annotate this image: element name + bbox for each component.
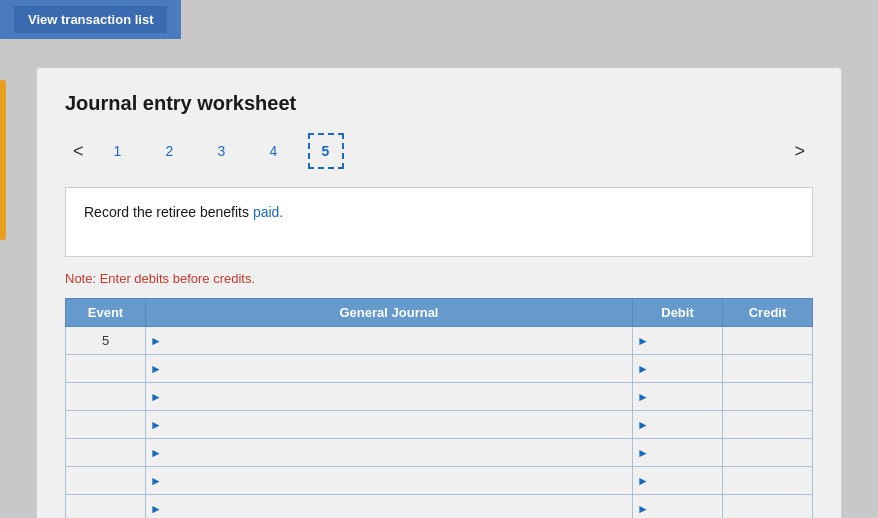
general-journal-input-7[interactable]: [166, 495, 632, 518]
debit-input-1[interactable]: [653, 327, 722, 354]
table-row: ► ►: [66, 411, 813, 439]
credit-input-4[interactable]: [723, 411, 812, 438]
credit-input-3[interactable]: [723, 383, 812, 410]
credit-cell-3[interactable]: [723, 383, 813, 411]
debit-cell-4[interactable]: ►: [633, 411, 723, 439]
row-arrow-7: ►: [146, 502, 166, 516]
next-step-arrow[interactable]: >: [786, 139, 813, 164]
step-1[interactable]: 1: [100, 133, 136, 169]
table-row: ► ►: [66, 467, 813, 495]
debit-input-4[interactable]: [653, 411, 722, 438]
side-accent: [0, 80, 6, 240]
row-arrow-6: ►: [146, 474, 166, 488]
event-cell-2: [66, 355, 146, 383]
event-cell-7: [66, 495, 146, 519]
credit-cell-7[interactable]: [723, 495, 813, 519]
general-journal-cell-1[interactable]: ►: [146, 327, 633, 355]
step-3[interactable]: 3: [204, 133, 240, 169]
debit-input-7[interactable]: [653, 495, 722, 518]
general-journal-input-6[interactable]: [166, 467, 632, 494]
credit-cell-4[interactable]: [723, 411, 813, 439]
general-journal-input-2[interactable]: [166, 355, 632, 382]
debit-arrow-7: ►: [633, 502, 653, 516]
general-journal-input-1[interactable]: [166, 327, 632, 354]
table-row: 5 ► ►: [66, 327, 813, 355]
journal-table: Event General Journal Debit Credit 5 ► ►: [65, 298, 813, 518]
debit-cell-1[interactable]: ►: [633, 327, 723, 355]
card-title: Journal entry worksheet: [65, 92, 813, 115]
top-bar: View transaction list: [0, 0, 181, 39]
instruction-text: Record the retiree benefits paid.: [84, 204, 283, 220]
note-text: Note: Enter debits before credits.: [65, 271, 813, 286]
debit-input-3[interactable]: [653, 383, 722, 410]
debit-input-6[interactable]: [653, 467, 722, 494]
table-row: ► ►: [66, 495, 813, 519]
table-row: ► ►: [66, 355, 813, 383]
col-general-journal: General Journal: [146, 299, 633, 327]
debit-cell-5[interactable]: ►: [633, 439, 723, 467]
table-row: ► ►: [66, 439, 813, 467]
general-journal-input-4[interactable]: [166, 411, 632, 438]
general-journal-input-3[interactable]: [166, 383, 632, 410]
credit-input-6[interactable]: [723, 467, 812, 494]
general-journal-cell-7[interactable]: ►: [146, 495, 633, 519]
credit-input-7[interactable]: [723, 495, 812, 518]
event-cell-1: 5: [66, 327, 146, 355]
step-2[interactable]: 2: [152, 133, 188, 169]
main-card: Journal entry worksheet < 1 2 3 4 5 > Re…: [36, 67, 842, 518]
row-arrow-4: ►: [146, 418, 166, 432]
event-cell-4: [66, 411, 146, 439]
general-journal-input-5[interactable]: [166, 439, 632, 466]
debit-cell-7[interactable]: ►: [633, 495, 723, 519]
event-cell-6: [66, 467, 146, 495]
debit-arrow-5: ►: [633, 446, 653, 460]
credit-cell-1[interactable]: [723, 327, 813, 355]
credit-cell-2[interactable]: [723, 355, 813, 383]
step-navigation: < 1 2 3 4 5 >: [65, 133, 813, 169]
debit-cell-6[interactable]: ►: [633, 467, 723, 495]
debit-cell-3[interactable]: ►: [633, 383, 723, 411]
credit-cell-5[interactable]: [723, 439, 813, 467]
debit-arrow-3: ►: [633, 390, 653, 404]
debit-input-2[interactable]: [653, 355, 722, 382]
debit-cell-2[interactable]: ►: [633, 355, 723, 383]
general-journal-cell-4[interactable]: ►: [146, 411, 633, 439]
row-arrow-5: ►: [146, 446, 166, 460]
col-debit: Debit: [633, 299, 723, 327]
table-row: ► ►: [66, 383, 813, 411]
view-transaction-list-button[interactable]: View transaction list: [14, 6, 167, 33]
general-journal-cell-5[interactable]: ►: [146, 439, 633, 467]
general-journal-cell-3[interactable]: ►: [146, 383, 633, 411]
credit-input-2[interactable]: [723, 355, 812, 382]
credit-input-1[interactable]: [723, 327, 812, 354]
col-credit: Credit: [723, 299, 813, 327]
debit-arrow-6: ►: [633, 474, 653, 488]
event-cell-3: [66, 383, 146, 411]
general-journal-cell-2[interactable]: ►: [146, 355, 633, 383]
prev-step-arrow[interactable]: <: [65, 139, 92, 164]
credit-cell-6[interactable]: [723, 467, 813, 495]
debit-arrow-2: ►: [633, 362, 653, 376]
row-arrow-2: ►: [146, 362, 166, 376]
instruction-box: Record the retiree benefits paid.: [65, 187, 813, 257]
general-journal-cell-6[interactable]: ►: [146, 467, 633, 495]
row-arrow-3: ►: [146, 390, 166, 404]
event-cell-5: [66, 439, 146, 467]
step-4[interactable]: 4: [256, 133, 292, 169]
debit-input-5[interactable]: [653, 439, 722, 466]
debit-arrow-4: ►: [633, 418, 653, 432]
debit-arrow-1: ►: [633, 334, 653, 348]
credit-input-5[interactable]: [723, 439, 812, 466]
row-arrow-1: ►: [146, 334, 166, 348]
col-event: Event: [66, 299, 146, 327]
step-5[interactable]: 5: [308, 133, 344, 169]
